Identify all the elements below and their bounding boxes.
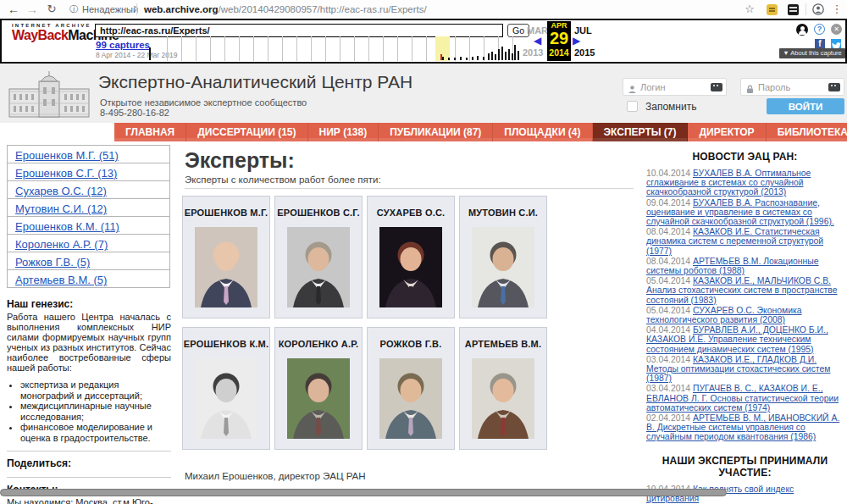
sidebar-expert-item[interactable]: Ерошенков К.М. (11) [7,216,170,235]
browser-forward-icon[interactable]: → [24,0,41,19]
nav-item[interactable]: ДИССЕРТАЦИИ (15) [186,123,307,141]
timeline-bar [495,54,496,60]
expert-photo [379,227,442,307]
genesis-bullet: экспертиза и редакция монографий и диссе… [20,379,171,401]
browser-profile-icon[interactable] [812,3,824,15]
news-item-date: 03.04.2014 [646,384,690,393]
autofill-keyboard-icon[interactable] [828,83,840,91]
timeline-bar [448,58,450,60]
login-input[interactable] [640,79,708,95]
about-this-capture[interactable]: ▼ About this capture [779,48,845,58]
security-label[interactable]: Ненадежный [82,0,138,19]
lock-icon [745,82,755,97]
timeline-bar [472,57,473,60]
genesis-bullet: финансовое моделирование и оценка в град… [20,422,171,443]
sidebar-expert-link[interactable]: Артемьев В.М. (5) [15,274,107,286]
share-title: Поделиться: [7,457,171,469]
wayback-logo-red: WayBack [12,28,68,42]
sidebar-expert-link[interactable]: Мутовин С.И. (12) [15,202,107,215]
nav-item[interactable]: ЭКСПЕРТЫ (7) [593,123,689,141]
sidebar-expert-item[interactable]: Мутовин С.И. (12) [7,198,170,217]
bookmark-star-icon[interactable]: ☆ [742,0,757,19]
wayback-logo[interactable]: INTERNET ARCHIVE WayBackMachine [12,23,92,42]
page-info-icon[interactable]: ⓘ [68,0,80,19]
nav-item[interactable]: НИР (138) [308,123,379,141]
nav-item[interactable]: БИБЛИОТЕКА [767,123,847,141]
expert-card[interactable]: ЕРОШЕНКОВ К.М. [182,327,270,450]
expert-card[interactable]: ЕРОШЕНКОВ М.Г. [182,196,270,318]
main-nav: ГЛАВНАЯДИССЕРТАЦИИ (15)НИР (138)ПУБЛИКАЦ… [114,123,847,141]
autofill-keyboard-icon[interactable] [711,83,722,91]
sidebar-expert-link[interactable]: Сухарев О.С. (12) [15,185,107,197]
wayback-close-icon[interactable]: ✕ [831,24,842,35]
site-logo-building[interactable] [8,69,90,121]
timeline-bar [442,57,444,60]
signin-button[interactable]: ВОЙТИ [767,98,844,114]
next-capture-arrow-icon[interactable]: ▶ [573,35,580,47]
news-item-date: 05.04.2014 [646,276,690,285]
news-item: 05.04.2014СУХАРЕВ О.С. Экономика техноло… [646,306,844,324]
capture-timeline[interactable] [146,36,523,61]
address-divider [136,3,137,15]
browser-menu-icon[interactable]: ⋮ [831,0,843,19]
expert-photo [287,227,350,307]
header-password-field[interactable] [740,78,844,96]
sidebar-expert-item[interactable]: Сухарев О.С. (12) [7,180,170,199]
wayback-url-input[interactable] [95,24,503,37]
timeline-bar [508,49,510,60]
header-login-field[interactable] [623,78,727,96]
news-item-date: 09.04.2014 [646,198,690,208]
sidebar-expert-link[interactable]: Ерошенков М.Г. (51) [15,149,119,162]
expert-photo [379,358,442,439]
nav-item[interactable]: ПЛОЩАДКИ (4) [493,123,592,141]
sidebar-expert-item[interactable]: Ерошенков М.Г. (51) [7,145,170,163]
wayback-help-icon[interactable]: ? [814,24,825,35]
timeline-bar [491,52,493,60]
news-item: 08.04.2014КАЗАКОВ И.Е. Статистическая ди… [646,227,844,256]
sidebar-expert-item[interactable]: Короленко А.Р. (7) [7,234,170,252]
timeline-bar [488,53,490,60]
address-bar[interactable]: web.archive.org/web/20140429080957/http:… [144,0,427,19]
participation-title: НАШИ ЭКСПЕРТЫ ПРИНИМАЛИ УЧАСТИЕ: [646,455,844,479]
site-header: Экспертно-Аналитический Центр РАН Открыт… [0,64,847,123]
divider [7,451,171,451]
timeline-bar [514,45,516,60]
nav-item[interactable]: ГЛАВНАЯ [114,123,186,141]
news-title: НОВОСТИ ЭАЦ РАН: [646,151,844,163]
timeline-ticks [167,36,523,61]
expert-card[interactable]: КОРОЛЕНКО А.Р. [274,327,363,450]
browser-back-icon[interactable]: ← [5,0,22,19]
extension-icon[interactable] [788,4,799,15]
news-item-date: 08.04.2014 [646,227,690,236]
password-input[interactable] [758,79,826,95]
nav-item[interactable]: ПУБЛИКАЦИИ (87) [379,123,493,141]
browser-reload-icon[interactable]: ↻ [43,0,60,19]
sidebar-expert-item[interactable]: Рожков Г.В. (5) [7,252,170,270]
captures-link[interactable]: 99 captures [96,40,150,50]
sidebar-expert-link[interactable]: Ерошенков К.М. (11) [15,220,119,233]
expert-photo [472,227,534,307]
extension-icon[interactable] [767,4,778,15]
news-item-date: 03.04.2014 [646,355,690,364]
sidebar-expert-link[interactable]: Рожков Г.В. (5) [15,256,90,269]
news-item: 08.04.2014АРТЕМЬЕВ В.М. Локационные сист… [646,257,844,275]
expert-card[interactable]: СУХАРЕВ О.С. [367,196,455,318]
wayback-account-icon[interactable] [796,24,808,36]
sidebar-expert-link[interactable]: Короленко А.Р. (7) [15,238,108,251]
remember-checkbox[interactable] [627,101,638,112]
expert-card[interactable]: РОЖКОВ Г.В. [367,327,455,450]
prev-capture-arrow-icon[interactable]: ◀ [534,35,541,47]
nav-item[interactable]: ДИРЕКТОР [688,123,766,141]
sidebar-expert-link[interactable]: Ерошенков С.Г. (13) [15,167,117,180]
horizontal-scrollbar-thumb[interactable] [0,489,727,496]
expert-photo [195,227,257,307]
expert-card[interactable]: МУТОВИН С.И. [459,196,547,318]
sidebar-expert-item[interactable]: Артемьев В.М. (5) [7,269,170,288]
site-phone: 8-495-280-16-82 [100,108,169,118]
sidebar-expert-item[interactable]: Ерошенков С.Г. (13) [7,163,170,181]
timeline-bar [512,53,513,60]
contact-line: Мы находимся: Москва, ст.м.Юго-Западная, [7,497,171,504]
expert-card[interactable]: АРТЕМЬЕВ В.М. [459,327,547,450]
genesis-bullet: междисциплинарные научные исследования; [20,401,171,422]
expert-card[interactable]: ЕРОШЕНКОВ С.Г. [274,196,363,318]
